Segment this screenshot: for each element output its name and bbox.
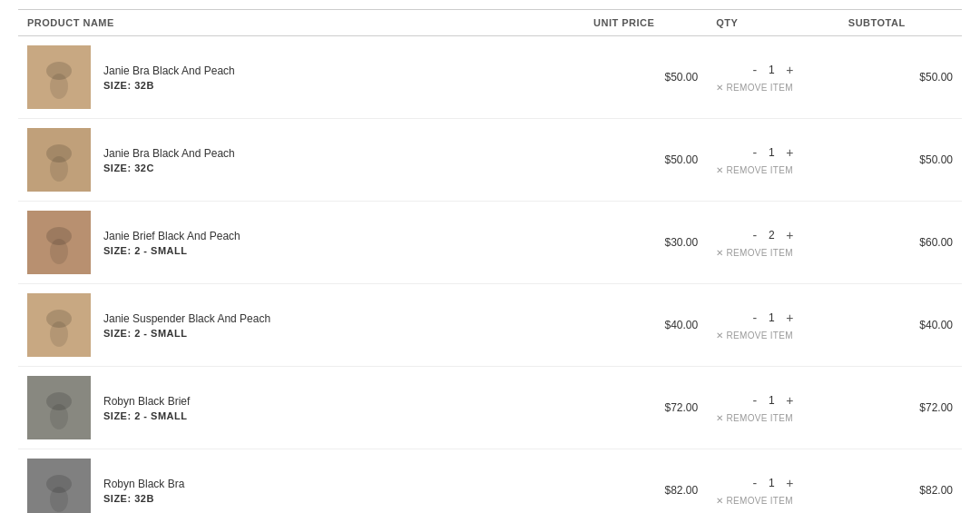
qty-decrease-button-3[interactable]: - xyxy=(751,311,760,325)
product-image-4 xyxy=(27,376,91,439)
qty-increase-button-2[interactable]: + xyxy=(784,228,795,242)
remove-label-3: REMOVE ITEM xyxy=(727,330,793,340)
subtotal-cell-1: $50.00 xyxy=(839,119,962,202)
product-cell-4: Robyn Black Brief SIZE: 2 - SMALL xyxy=(18,367,584,449)
unit-price-cell-0: $50.00 xyxy=(584,36,707,119)
remove-label-1: REMOVE ITEM xyxy=(727,165,793,175)
product-size-0: SIZE: 32B xyxy=(103,80,235,91)
header-subtotal: SUBTOTAL xyxy=(839,10,962,36)
svg-point-14 xyxy=(50,404,68,429)
header-product: PRODUCT NAME xyxy=(18,10,584,36)
remove-icon-0: ✕ xyxy=(716,83,723,93)
unit-price-cell-5: $82.00 xyxy=(584,449,707,514)
product-cell-1: Janie Bra Black And Peach SIZE: 32C xyxy=(18,119,584,202)
cart-container: PRODUCT NAME UNIT PRICE QTY SUBTOTAL xyxy=(0,0,980,513)
remove-icon-1: ✕ xyxy=(716,165,723,175)
table-row: Robyn Black Bra SIZE: 32B $82.00 - 1 + ✕… xyxy=(18,449,962,514)
remove-item-button-2[interactable]: ✕ REMOVE ITEM xyxy=(716,248,793,258)
remove-icon-3: ✕ xyxy=(716,330,723,340)
svg-point-5 xyxy=(50,156,68,182)
qty-value-5: 1 xyxy=(764,477,779,489)
product-size-5: SIZE: 32B xyxy=(103,493,184,504)
remove-label-5: REMOVE ITEM xyxy=(727,496,793,506)
product-cell-3: Janie Suspender Black And Peach SIZE: 2 … xyxy=(18,284,584,367)
product-size-1: SIZE: 32C xyxy=(103,163,235,173)
qty-value-0: 1 xyxy=(764,64,779,76)
svg-point-17 xyxy=(50,487,68,512)
qty-increase-button-3[interactable]: + xyxy=(784,311,795,325)
svg-point-11 xyxy=(50,321,68,347)
product-name-1: Janie Bra Black And Peach xyxy=(103,147,235,160)
qty-decrease-button-2[interactable]: - xyxy=(751,228,760,242)
qty-value-3: 1 xyxy=(764,311,779,324)
qty-cell-4: - 1 + ✕ REMOVE ITEM xyxy=(707,367,839,449)
table-row: Janie Bra Black And Peach SIZE: 32B $50.… xyxy=(18,36,962,119)
svg-point-8 xyxy=(50,239,68,264)
table-row: Janie Brief Black And Peach SIZE: 2 - SM… xyxy=(18,202,962,284)
subtotal-cell-4: $72.00 xyxy=(839,367,962,449)
qty-increase-button-5[interactable]: + xyxy=(784,476,795,490)
remove-item-button-5[interactable]: ✕ REMOVE ITEM xyxy=(716,496,793,506)
header-qty: QTY xyxy=(707,10,839,36)
table-row: Janie Bra Black And Peach SIZE: 32C $50.… xyxy=(18,119,962,202)
remove-label-4: REMOVE ITEM xyxy=(727,413,793,423)
qty-decrease-button-1[interactable]: - xyxy=(751,145,760,160)
cart-table: PRODUCT NAME UNIT PRICE QTY SUBTOTAL xyxy=(18,9,962,513)
product-cell-5: Robyn Black Bra SIZE: 32B xyxy=(18,449,584,514)
header-unit-price: UNIT PRICE xyxy=(584,10,707,36)
qty-value-2: 2 xyxy=(764,229,779,242)
remove-item-button-4[interactable]: ✕ REMOVE ITEM xyxy=(716,413,793,423)
remove-icon-5: ✕ xyxy=(716,496,723,506)
product-image-0 xyxy=(27,45,91,109)
product-image-1 xyxy=(27,128,91,192)
qty-value-4: 1 xyxy=(764,394,779,407)
qty-cell-1: - 1 + ✕ REMOVE ITEM xyxy=(707,119,839,202)
product-name-0: Janie Bra Black And Peach xyxy=(103,64,235,77)
remove-item-button-1[interactable]: ✕ REMOVE ITEM xyxy=(716,165,793,175)
subtotal-cell-2: $60.00 xyxy=(839,202,962,284)
product-name-3: Janie Suspender Black And Peach xyxy=(103,312,270,325)
table-row: Robyn Black Brief SIZE: 2 - SMALL $72.00… xyxy=(18,367,962,449)
product-size-3: SIZE: 2 - SMALL xyxy=(103,328,270,339)
product-image-2 xyxy=(27,211,91,274)
qty-cell-2: - 2 + ✕ REMOVE ITEM xyxy=(707,202,839,284)
product-image-3 xyxy=(27,293,91,357)
unit-price-cell-3: $40.00 xyxy=(584,284,707,367)
table-row: Janie Suspender Black And Peach SIZE: 2 … xyxy=(18,284,962,367)
product-name-4: Robyn Black Brief xyxy=(103,395,190,408)
unit-price-cell-4: $72.00 xyxy=(584,367,707,449)
remove-icon-2: ✕ xyxy=(716,248,723,258)
unit-price-cell-1: $50.00 xyxy=(584,119,707,202)
qty-decrease-button-4[interactable]: - xyxy=(751,393,760,408)
qty-decrease-button-0[interactable]: - xyxy=(751,63,760,77)
product-name-5: Robyn Black Bra xyxy=(103,478,184,490)
subtotal-cell-3: $40.00 xyxy=(839,284,962,367)
product-name-2: Janie Brief Black And Peach xyxy=(103,230,240,242)
product-size-2: SIZE: 2 - SMALL xyxy=(103,245,240,256)
product-cell-0: Janie Bra Black And Peach SIZE: 32B xyxy=(18,36,584,119)
remove-label-2: REMOVE ITEM xyxy=(727,248,793,258)
remove-icon-4: ✕ xyxy=(716,413,723,423)
unit-price-cell-2: $30.00 xyxy=(584,202,707,284)
remove-item-button-3[interactable]: ✕ REMOVE ITEM xyxy=(716,330,793,340)
subtotal-cell-5: $82.00 xyxy=(839,449,962,514)
qty-increase-button-0[interactable]: + xyxy=(784,63,795,77)
qty-increase-button-1[interactable]: + xyxy=(784,145,795,160)
qty-increase-button-4[interactable]: + xyxy=(784,393,795,408)
svg-point-2 xyxy=(50,74,68,99)
qty-cell-5: - 1 + ✕ REMOVE ITEM xyxy=(707,449,839,514)
subtotal-cell-0: $50.00 xyxy=(839,36,962,119)
qty-cell-0: - 1 + ✕ REMOVE ITEM xyxy=(707,36,839,119)
qty-decrease-button-5[interactable]: - xyxy=(751,476,760,490)
product-image-5 xyxy=(27,459,91,513)
product-size-4: SIZE: 2 - SMALL xyxy=(103,410,190,421)
remove-item-button-0[interactable]: ✕ REMOVE ITEM xyxy=(716,83,793,93)
remove-label-0: REMOVE ITEM xyxy=(727,83,793,93)
qty-value-1: 1 xyxy=(764,146,779,159)
product-cell-2: Janie Brief Black And Peach SIZE: 2 - SM… xyxy=(18,202,584,284)
qty-cell-3: - 1 + ✕ REMOVE ITEM xyxy=(707,284,839,367)
